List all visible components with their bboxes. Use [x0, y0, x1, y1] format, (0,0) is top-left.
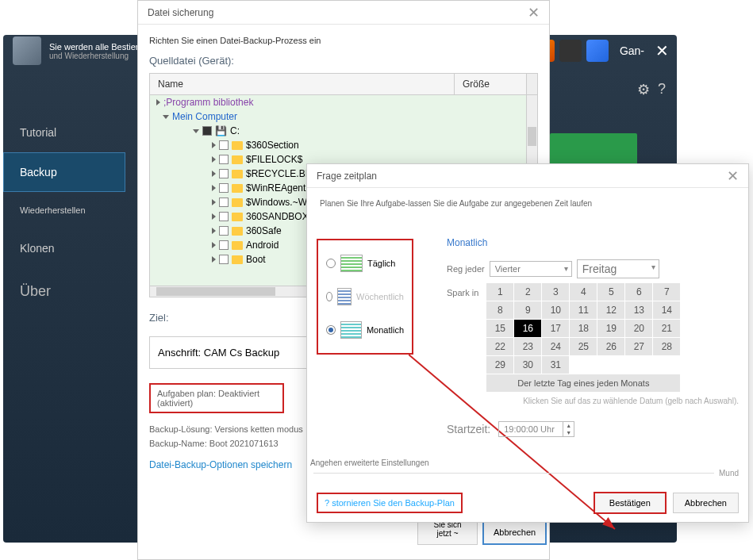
- folder-icon: [232, 141, 243, 150]
- calendar-day[interactable]: 28: [653, 338, 680, 355]
- calendar-day[interactable]: 6: [625, 283, 652, 301]
- calendar-day[interactable]: 30: [514, 356, 541, 374]
- folder-icon: [232, 170, 243, 178]
- calendar-day[interactable]: 13: [625, 301, 652, 319]
- calendar-icon: [340, 321, 362, 339]
- checkbox[interactable]: [219, 212, 229, 221]
- ordinal-select[interactable]: Vierter: [490, 261, 572, 277]
- source-label: Quelldatei (Gerät):: [149, 55, 538, 67]
- sidebar: Tutorial Backup Wiederherstellen Klonen …: [3, 113, 125, 315]
- radio-daily[interactable]: [326, 259, 336, 268]
- calendar-icon: [340, 255, 363, 272]
- sidebar-item-tutorial[interactable]: Tutorial: [3, 113, 125, 152]
- schedule-desc: Planen Sie Ihre Aufgabe-lassen Sie die A…: [320, 199, 737, 208]
- header-icon-bar: Gan- ✕: [532, 40, 669, 62]
- freq-weekly[interactable]: Wöchentlich: [325, 280, 405, 313]
- help-icon[interactable]: ?: [658, 81, 666, 98]
- calendar-day[interactable]: 26: [597, 338, 624, 355]
- freq-daily[interactable]: Täglich: [325, 247, 405, 280]
- sidebar-item-about[interactable]: Über: [3, 268, 125, 315]
- tree-col-name: Name: [150, 74, 455, 94]
- calendar-day[interactable]: 22: [486, 338, 513, 355]
- calendar-day[interactable]: 14: [653, 301, 680, 319]
- calendar-day[interactable]: 12: [597, 301, 624, 319]
- checkbox[interactable]: [219, 255, 229, 264]
- schedule-cancel-button[interactable]: Abbrechen: [673, 493, 739, 513]
- extended-settings-label[interactable]: Angehen erweiterte Einstellungen: [310, 458, 739, 467]
- sidebar-item-backup[interactable]: Backup: [3, 152, 125, 192]
- checkbox[interactable]: [219, 140, 229, 150]
- checkbox[interactable]: [202, 126, 212, 136]
- calendar-day[interactable]: 16: [514, 320, 541, 337]
- tree-item[interactable]: $360Section: [150, 138, 526, 152]
- calendar-day[interactable]: 1: [486, 283, 513, 301]
- tree-item[interactable]: ;Programm bibliothek: [150, 95, 526, 109]
- folder-icon: [232, 184, 243, 193]
- checkbox[interactable]: [219, 240, 229, 250]
- header-text: Gan-: [620, 44, 644, 57]
- apple-icon[interactable]: [559, 40, 582, 62]
- folder-icon: [232, 213, 243, 221]
- calendar-hint: Klicken Sie auf das zu wählende Datum (g…: [447, 397, 739, 405]
- reg-label: Reg jeder: [447, 264, 485, 274]
- confirm-button[interactable]: Bestätigen: [594, 492, 667, 514]
- file-modal-close-icon[interactable]: ✕: [528, 4, 540, 21]
- calendar-day[interactable]: 4: [570, 283, 597, 301]
- checkbox[interactable]: [219, 183, 229, 193]
- calendar-day[interactable]: 23: [514, 338, 541, 355]
- radio-monthly[interactable]: [326, 325, 336, 335]
- schedule-modal-title: Frage zeitplan: [317, 171, 377, 182]
- start-time-input[interactable]: 19:00:00 Uhr ▲▼: [498, 421, 574, 437]
- radio-weekly[interactable]: [326, 292, 332, 301]
- calendar-day[interactable]: 29: [486, 356, 513, 374]
- tree-scroll-up[interactable]: [526, 74, 537, 94]
- tree-col-size: Größe: [455, 74, 526, 94]
- calendar-day[interactable]: 8: [486, 301, 513, 319]
- calendar-day[interactable]: 2: [514, 283, 541, 301]
- time-spinner[interactable]: ▲▼: [563, 422, 574, 436]
- schedule-modal: Frage zeitplan ✕ Planen Sie Ihre Aufgabe…: [306, 163, 749, 523]
- calendar-day[interactable]: 3: [542, 283, 569, 301]
- calendar-day[interactable]: 10: [542, 301, 569, 319]
- mund-label: Mund: [719, 469, 739, 478]
- calendar-day[interactable]: 24: [542, 338, 569, 355]
- calendar-day[interactable]: 15: [486, 320, 513, 337]
- sidebar-item-restore[interactable]: Wiederherstellen: [3, 192, 125, 228]
- weekday-select[interactable]: Freitag: [577, 259, 659, 278]
- checkbox[interactable]: [219, 155, 229, 164]
- schedule-modal-close-icon[interactable]: ✕: [727, 167, 739, 185]
- folder-icon: [232, 255, 243, 264]
- cancel-plan-link[interactable]: ? stornieren Sie den Backup-Plan: [317, 493, 463, 513]
- calendar-day[interactable]: 7: [653, 283, 680, 301]
- calendar-day[interactable]: 19: [597, 320, 624, 337]
- monthly-title: Monatlich: [447, 237, 739, 248]
- drive-icon: 💾: [215, 125, 227, 136]
- file-cancel-button[interactable]: Abbrechen: [482, 520, 547, 545]
- calendar-day[interactable]: 5: [597, 283, 624, 301]
- app-close-icon[interactable]: ✕: [655, 41, 669, 60]
- file-modal-subtitle: Richten Sie einen Datei-Backup-Prozess e…: [149, 36, 538, 45]
- calendar-last-day[interactable]: Der letzte Tag eines jeden Monats: [486, 374, 680, 392]
- checkbox[interactable]: [219, 226, 229, 236]
- calendar-day[interactable]: 31: [542, 356, 569, 374]
- sidebar-item-clone[interactable]: Klonen: [3, 228, 125, 268]
- calendar-day[interactable]: 17: [542, 320, 569, 337]
- freq-monthly[interactable]: Monatlich: [325, 313, 405, 347]
- task-plan-status[interactable]: Aufgaben plan: Deaktiviert (aktiviert): [149, 383, 284, 413]
- calendar-day[interactable]: 18: [570, 320, 597, 337]
- tree-item-drive[interactable]: 💾C:: [150, 124, 526, 138]
- folder-icon: [232, 241, 243, 250]
- spark-label: Spark in: [447, 288, 478, 297]
- settings-gear-icon[interactable]: ⚙: [637, 81, 650, 98]
- calendar-day[interactable]: 25: [570, 338, 597, 355]
- calendar-day[interactable]: 11: [570, 301, 597, 319]
- checkbox[interactable]: [219, 198, 229, 207]
- qq-icon[interactable]: [586, 40, 609, 62]
- calendar-day[interactable]: 9: [514, 301, 541, 319]
- calendar-day[interactable]: 20: [625, 320, 652, 337]
- calendar-day[interactable]: 27: [625, 338, 652, 355]
- folder-icon: [232, 198, 243, 207]
- checkbox[interactable]: [219, 169, 229, 178]
- calendar-day[interactable]: 21: [653, 320, 680, 337]
- tree-item[interactable]: Mein Computer: [150, 109, 526, 124]
